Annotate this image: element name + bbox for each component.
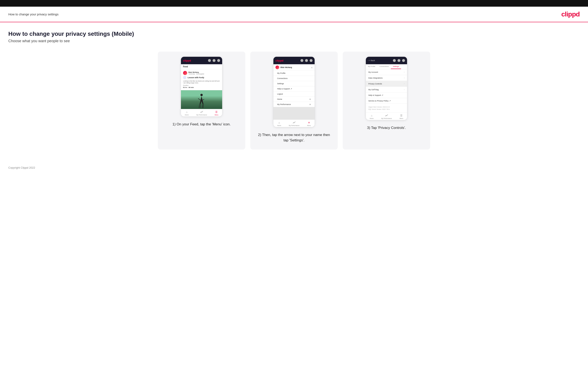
my-account-chevron: › [404,71,405,73]
data-integrations-label: Data Integrations [368,77,383,79]
svg-point-9 [311,60,311,61]
tab-my-profile: My Profile [366,64,378,69]
step2-menu-help: Help & Support ↗ [273,86,315,92]
page-title: How to change your privacy settings (Mob… [8,31,580,37]
step2-overlay [273,107,315,120]
step1-avatar [183,71,187,75]
tab-settings: Settings [391,64,401,69]
step2-user-row: Blair McHarg ∧ [273,64,315,71]
step-2-phone: clippd [273,57,315,127]
step2-home-icon: ⌂ [277,121,281,124]
step2-bottom-bar: ⌂ Home My Performance ✕ Menu [273,120,315,127]
step1-post-text: Looking to feel like my hands are exitin… [183,80,220,84]
logo: clippd [561,10,580,18]
step1-post: Blair McHarg Yesterday · Sunningdale Les… [181,69,222,90]
step1-lesson: Lesson with Fordy [183,76,220,79]
step1-bottom-home: ⌂ Home [185,110,189,116]
step1-feed-label: Feed [181,64,222,69]
step2-section-home: Home ∨ [273,97,315,102]
step3-bottom-menu: ☰ Menu [399,114,403,119]
settings-help-support: Help & Support ↗ [366,92,407,98]
step2-home-chevron: ∨ [309,98,311,100]
privacy-controls-label: Privacy Controls [368,83,382,85]
step-1-caption: 1) On your Feed, tap the 'Menu' icon. [173,122,231,127]
step1-phone-nav: clippd [181,57,222,64]
step2-home-label: Home [277,98,282,100]
lesson-icon [183,76,186,79]
step3-performance-icon [385,114,388,117]
step2-user-name: Blair McHarg [280,66,310,68]
step2-menu-logout: Logout [273,92,315,97]
step2-performance-icon [293,121,296,124]
settings-my-golf-bag: My Golf Bag › [366,87,407,92]
version-line-2: GQL Server Version: 2022.7.30-1 [368,108,405,110]
steps-row: clippd Feed [8,51,580,150]
settings-privacy-controls: Privacy Controls › [366,81,407,87]
svg-point-6 [301,60,302,61]
step1-post-sub: Yesterday · Sunningdale [189,73,204,75]
step1-golf-image [181,90,222,109]
data-integrations-chevron: › [404,77,405,79]
step2-menu-settings: Settings [273,81,315,86]
svg-point-0 [209,60,210,61]
help-support-label: Help & Support ↗ [368,94,383,96]
step2-menu-connections: Connections [273,76,315,81]
step2-performance-chevron: ∨ [309,103,311,105]
step3-home-label: Home [370,118,373,119]
step1-post-header: Blair McHarg Yesterday · Sunningdale [183,71,220,75]
step2-home-label-bottom: Home [277,125,281,126]
version-line-1: Clippd Client Version: 2022.8.3-3 [368,106,405,108]
main-content: How to change your privacy settings (Mob… [0,22,588,162]
step-3-card: ‹ < Back [343,51,430,150]
my-account-label: My Account [368,71,378,73]
step3-search-icon [393,59,396,62]
step3-performance-label: My Performance [381,118,392,119]
step1-bottom-bar: ⌂ Home My Performance ☰ Menu [181,109,222,117]
home-icon: ⌂ [185,110,189,114]
step1-bottom-menu: ☰ Menu [215,110,218,116]
footer: Copyright Clippd 2022 [0,162,588,173]
svg-point-10 [310,60,312,62]
top-bar [0,0,588,7]
step1-duration-value: 01 hr : 30 min [183,86,220,88]
step2-search-icon [301,59,303,62]
my-golf-bag-label: My Golf Bag [368,89,379,91]
svg-point-15 [403,60,405,62]
step-1-phone: clippd Feed [181,57,222,117]
step3-menu-icon: ☰ [400,114,403,117]
step3-bottom-home: ⌂ Home [370,114,373,119]
step2-performance-label-bottom: My Performance [289,125,299,126]
step-3-caption: 3) Tap 'Privacy Controls'. [367,125,406,131]
step1-post-name: Blair McHarg [189,71,204,73]
step2-nav-icons [301,59,312,62]
step2-close-icon: ✕ [307,121,311,124]
step3-user-icon [398,59,400,62]
step2-bottom-performance: My Performance [289,121,299,126]
copyright: Copyright Clippd 2022 [8,166,35,169]
step2-menu-label-bottom: Menu [307,125,311,126]
settings-my-account: My Account › [366,69,407,75]
step3-settings-icon [402,59,405,62]
svg-line-1 [210,61,210,61]
svg-point-5 [200,94,203,96]
step1-duration-label: Duration [183,85,220,86]
svg-line-7 [302,61,303,61]
step1-lesson-title: Lesson with Fordy [188,76,204,79]
step3-bottom-bar: ⌂ Home My Performance ☰ Menu [366,112,407,120]
header: How to change your privacy settings clip… [0,7,588,22]
back-chevron: ‹ [368,59,369,62]
step2-avatar [276,66,279,69]
svg-point-11 [394,60,395,61]
performance-icon [200,110,203,114]
step3-bottom-performance: My Performance [381,114,392,119]
user-icon [213,59,216,62]
header-title: How to change your privacy settings [8,12,59,16]
step2-performance-label: My Performance [277,103,291,105]
step1-home-label: Home [185,114,189,116]
step2-chevron-up: ∧ [311,66,312,69]
golfer-silhouette [196,93,207,109]
step3-nav-icons [393,59,405,62]
version-info: Clippd Client Version: 2022.8.3-3 GQL Se… [366,104,407,112]
svg-point-4 [218,60,220,62]
step2-section-performance: My Performance ∨ [273,102,315,107]
